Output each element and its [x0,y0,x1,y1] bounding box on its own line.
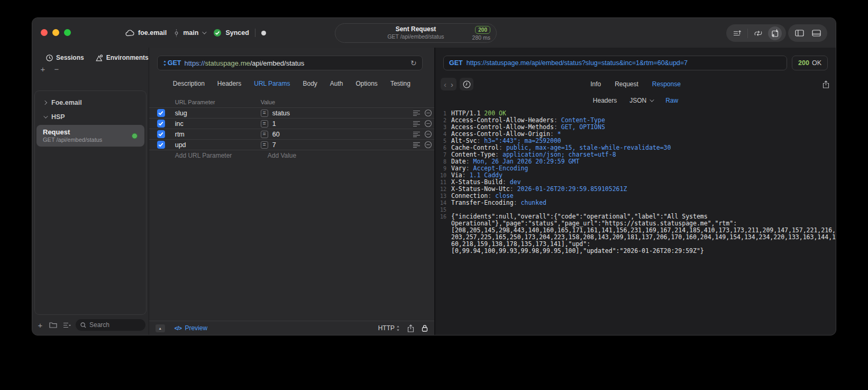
sync-status[interactable]: Synced [225,29,249,37]
titlebar-divider [255,29,255,37]
param-name[interactable]: inc [175,120,261,128]
expand-panel-button[interactable]: ▲ [156,324,165,332]
add-url-parameter-placeholder[interactable]: Add URL Parameter [175,152,268,159]
method-selector[interactable]: GET [163,59,181,67]
sidebar-bottom-bar: + Search [36,319,145,331]
request-url-bar[interactable]: GET https://statuspage.me/api/embed/stat… [157,56,423,70]
equals-icon: = [261,110,268,117]
export-list-button[interactable] [730,26,744,40]
param-row-upd: upd=7 [149,139,434,150]
request-summary-pill[interactable]: Sent Request GET /api/embed/status 200 2… [335,23,497,43]
param-checkbox[interactable] [157,141,165,149]
import-export-button[interactable] [768,26,782,40]
response-tab-info[interactable]: Info [590,80,601,88]
tree-group-label: Foe.email [51,99,82,106]
sent-url: https://statuspage.me/api/embed/status?s… [467,59,688,67]
editor-tab-body[interactable]: Body [303,80,317,87]
editor-tab-options[interactable]: Options [356,80,378,87]
token: Access-Control-Allow-Methods [451,123,554,131]
tree-group-hsp[interactable]: HSP [35,110,146,124]
line-number: 13 [435,193,449,199]
param-checkbox[interactable] [157,130,165,138]
tab-sessions[interactable]: Sessions [46,54,84,61]
export-response-button[interactable] [823,80,829,88]
toggle-sidebar-button[interactable] [792,26,806,40]
reorder-handle-icon[interactable] [413,121,421,127]
param-row-slug: slug=status [149,107,434,118]
remove-param-icon[interactable] [424,130,432,138]
token: Content-Type [561,116,605,124]
branch-name[interactable]: main [183,29,198,37]
response-tab-response[interactable]: Response [652,80,681,88]
add-request-button[interactable]: + [39,66,47,73]
sort-list-button[interactable] [62,320,71,330]
resend-request-icon[interactable]: ↻ [410,59,417,67]
request-url-input[interactable]: https://statuspage.me/api/embed/status [184,59,304,67]
reorder-handle-icon[interactable] [413,110,421,116]
param-checkbox[interactable] [157,120,165,128]
request-summary-title: Sent Request [387,25,444,33]
editor-tab-url-params[interactable]: URL Params [254,80,290,87]
param-name[interactable]: rtm [175,131,261,138]
add-value-placeholder[interactable]: Add Value [268,152,297,159]
response-subtab-headers[interactable]: Headers [593,97,617,104]
param-value[interactable]: status [272,110,290,117]
lock-icon[interactable] [422,324,428,332]
remove-request-button[interactable]: − [52,66,61,73]
sync-arrows-button[interactable] [751,26,765,40]
token: 1.1 Caddy [470,171,502,179]
updown-arrows-icon [163,60,167,66]
token: : [466,158,473,165]
request-success-dot [132,133,138,139]
editor-tab-auth[interactable]: Auth [330,80,343,87]
toggle-bottom-panel-button[interactable] [809,26,823,40]
token: X-Status-Now-Utc [451,185,510,193]
editor-tab-description[interactable]: Description [173,80,205,87]
reorder-handle-icon[interactable] [413,131,421,138]
remove-param-icon[interactable] [424,141,432,149]
response-body[interactable]: 1HTTP/1.1 200 OK2Access-Control-Allow-He… [435,110,836,335]
preview-button[interactable]: </> Preview [175,324,207,332]
zoom-button[interactable] [64,29,71,36]
editor-tab-headers[interactable]: Headers [217,80,241,87]
history-button[interactable] [460,78,473,90]
editor-tabs: DescriptionHeadersURL ParamsBodyAuthOpti… [149,77,434,90]
reorder-handle-icon[interactable] [413,142,421,148]
response-tab-request[interactable]: Request [615,80,638,88]
search-input[interactable]: Search [76,319,145,331]
toolbar-group-sync [726,24,786,42]
tab-environments[interactable]: Environments [96,54,149,61]
param-name[interactable]: slug [175,110,261,117]
search-icon [80,322,86,328]
share-button[interactable] [407,324,414,332]
param-value[interactable]: 1 [272,120,276,128]
editor-tab-testing[interactable]: Testing [390,80,410,87]
add-param-row[interactable]: Add URL Parameter Add Value [149,150,434,160]
response-subtab-json[interactable]: JSON [629,97,653,104]
response-subtab-raw[interactable]: Raw [665,97,678,104]
request-list-item[interactable]: Request GET /api/embed/status [36,125,144,147]
add-item-button[interactable]: + [36,321,44,330]
response-status-code: 200 [798,59,809,67]
param-value[interactable]: 7 [272,141,276,149]
new-folder-button[interactable] [48,320,58,330]
close-button[interactable] [41,29,48,36]
param-checkbox[interactable] [157,109,165,117]
protocol-selector[interactable]: HTTP [378,324,400,332]
token: : [514,199,521,206]
param-value[interactable]: 60 [272,131,280,138]
minimize-button[interactable] [52,29,59,36]
sent-request-url[interactable]: GET https://statuspage.me/api/embed/stat… [443,56,787,70]
project-name[interactable]: foe.email [138,29,167,37]
tree-group-foe-email[interactable]: Foe.email [35,95,146,110]
session-dot-indicator[interactable] [261,31,266,35]
titlebar: foe.email main Synced Sent Request GET /… [32,18,836,48]
tab-sessions-label: Sessions [56,54,84,61]
branch-chevron-down-icon[interactable] [203,30,207,34]
remove-param-icon[interactable] [424,120,432,128]
forward-button[interactable]: › [451,80,453,89]
back-button[interactable]: ‹ [444,80,446,89]
remove-param-icon[interactable] [424,109,432,117]
param-name[interactable]: upd [175,141,261,149]
request-item-title: Request [43,128,138,136]
